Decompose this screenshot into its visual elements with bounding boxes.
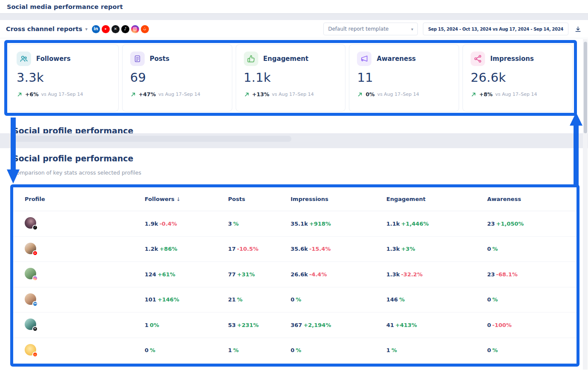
trend-up-icon xyxy=(130,92,136,98)
table-header-row: ProfileFollowers↓PostsImpressionsEngagem… xyxy=(13,187,577,211)
kpi-value: 26.6k xyxy=(471,70,565,85)
kpi-label: Followers xyxy=(36,55,71,63)
channel-list: in✕♪ xyxy=(92,25,149,33)
kpi-value: 11 xyxy=(357,70,451,85)
metric-cell: 1.3k-32.2% xyxy=(386,271,487,278)
metric-cell: 17-10.5% xyxy=(228,246,291,252)
impressions-icon xyxy=(471,52,485,66)
x-icon: ✕ xyxy=(32,326,38,332)
metric-cell: 23-68.1% xyxy=(487,271,577,278)
kpi-label: Impressions xyxy=(490,55,534,63)
annotation-arrow-up xyxy=(568,112,584,187)
column-header-profile[interactable]: Profile xyxy=(25,196,145,202)
trend-up-icon xyxy=(17,92,23,98)
engagement-icon xyxy=(244,52,258,66)
metric-cell: 10% xyxy=(145,322,228,328)
top-header: Social media performance report xyxy=(0,0,588,13)
blurred-strip xyxy=(13,136,291,142)
metric-cell: 0% xyxy=(487,347,577,353)
instagram-icon[interactable] xyxy=(131,25,139,33)
metric-cell: 23+1,050% xyxy=(487,221,577,227)
scroll-seam xyxy=(0,133,588,148)
metric-cell: 0% xyxy=(487,246,577,252)
metric-cell: 0% xyxy=(291,347,386,353)
report-template-select[interactable]: Default report template ▾ xyxy=(323,23,418,35)
profile-avatar-linkedin[interactable]: in xyxy=(25,293,36,305)
kpi-compare: vs Aug 17–Sep 14 xyxy=(158,92,200,97)
kpi-cards-row: Followers3.3k+6%vs Aug 17–Sep 14Posts69+… xyxy=(9,44,573,112)
table-row[interactable]: 124+61%77+31%26.6k-4.4%1.3k-32.2%23-68.1… xyxy=(13,262,577,287)
youtube-icon xyxy=(32,250,38,256)
metric-cell: 35.6k-15.4% xyxy=(291,246,386,252)
kpi-compare: vs Aug 17–Sep 14 xyxy=(41,92,83,97)
metric-cell: 1% xyxy=(228,347,291,353)
metric-cell: 146% xyxy=(386,296,487,303)
download-icon[interactable] xyxy=(574,25,582,33)
column-header-awareness[interactable]: Awareness xyxy=(487,196,577,202)
report-name[interactable]: Cross channel reports xyxy=(6,26,82,32)
column-header-followers[interactable]: Followers↓ xyxy=(145,196,228,202)
kpi-compare: vs Aug 17–Sep 14 xyxy=(495,92,537,97)
metric-cell: 0-100% xyxy=(487,322,577,328)
x-icon[interactable]: ✕ xyxy=(111,25,120,33)
tiktok-icon[interactable]: ♪ xyxy=(121,25,129,33)
kpi-card-followers: Followers3.3k+6%vs Aug 17–Sep 14 xyxy=(9,44,119,112)
metric-cell: 101+146% xyxy=(145,296,228,303)
date-range-picker[interactable]: Sep 15, 2024 - Oct 13, 2024 vs Aug 17, 2… xyxy=(423,23,568,35)
section-subtitle: Comparison of key stats across selected … xyxy=(13,169,141,176)
template-selected-value: Default report template xyxy=(328,26,388,32)
table-row[interactable]: ✕10%53+231%367+2,194%41+413%0-100% xyxy=(13,313,577,338)
table-row[interactable]: 1.2k+86%17-10.5%35.6k-15.4%1.3k+3%0% xyxy=(13,237,577,262)
linkedin-icon: in xyxy=(32,301,38,307)
metric-cell: 35.1k+918% xyxy=(291,221,386,227)
reddit-icon[interactable] xyxy=(141,25,149,33)
kpi-label: Engagement xyxy=(263,55,308,63)
profile-avatar-reddit[interactable] xyxy=(25,344,36,356)
column-header-engagement[interactable]: Engagement xyxy=(386,196,487,202)
profile-cell xyxy=(25,243,145,255)
dashboard-page: Social media performance report Cross ch… xyxy=(0,0,588,370)
profile-cell: in xyxy=(25,293,145,306)
profile-cell xyxy=(25,344,145,357)
profile-avatar-tiktok[interactable]: ♪ xyxy=(25,217,36,229)
kpi-card-awareness: Awareness110%vs Aug 17–Sep 14 xyxy=(349,44,459,112)
date-range-value: Sep 15, 2024 - Oct 13, 2024 vs Aug 17, 2… xyxy=(428,27,563,32)
profile-cell: ✕ xyxy=(25,318,145,331)
kpi-card-engagement: Engagement1.1k+13%vs Aug 17–Sep 14 xyxy=(236,44,346,112)
kpi-change: +8% xyxy=(479,91,493,98)
profile-avatar-x[interactable]: ✕ xyxy=(25,318,36,330)
annotation-arrow-down xyxy=(6,118,21,184)
report-selector-group: Cross channel reports ▾ in✕♪ xyxy=(6,25,149,33)
profile-avatar-instagram[interactable] xyxy=(25,268,36,279)
kpi-highlight-box: Followers3.3k+6%vs Aug 17–Sep 14Posts69+… xyxy=(4,40,577,116)
sort-desc-icon[interactable]: ↓ xyxy=(176,196,180,202)
followers-icon xyxy=(17,52,31,66)
table-row[interactable]: in101+146%21%0%146%0% xyxy=(13,287,577,313)
column-header-posts[interactable]: Posts xyxy=(228,196,291,202)
chevron-down-icon: ▾ xyxy=(411,27,413,32)
kpi-card-impressions: Impressions26.6k+8%vs Aug 17–Sep 14 xyxy=(462,44,573,112)
instagram-icon xyxy=(32,275,38,281)
table-row[interactable]: ♪1.9k-0.4%3%35.1k+918%1.1k+1,446%23+1,05… xyxy=(13,211,577,237)
metric-cell: 26.6k-4.4% xyxy=(291,271,386,278)
section-title: Social profile performance xyxy=(13,154,133,163)
profile-cell: ♪ xyxy=(25,217,145,230)
table-highlight-box: ProfileFollowers↓PostsImpressionsEngagem… xyxy=(10,184,579,367)
tiktok-icon: ♪ xyxy=(32,225,38,230)
kpi-value: 69 xyxy=(130,70,224,85)
kpi-label: Posts xyxy=(150,55,169,63)
table-row[interactable]: 0%1%0%1%0% xyxy=(13,338,577,364)
scrollbar-thumb[interactable] xyxy=(584,42,587,133)
metric-cell: 77+31% xyxy=(228,271,291,278)
metric-cell: 1.3k+3% xyxy=(386,246,487,252)
chevron-down-icon[interactable]: ▾ xyxy=(85,26,88,32)
metric-cell: 1.9k-0.4% xyxy=(145,221,228,227)
column-header-impressions[interactable]: Impressions xyxy=(291,196,386,202)
metric-cell: 1.1k+1,446% xyxy=(386,221,487,227)
youtube-icon[interactable] xyxy=(102,25,110,33)
kpi-change: +47% xyxy=(139,91,156,98)
scrollbar[interactable] xyxy=(583,39,588,370)
reddit-icon xyxy=(32,352,38,357)
linkedin-icon[interactable]: in xyxy=(92,25,100,33)
profile-avatar-youtube[interactable] xyxy=(25,243,36,254)
